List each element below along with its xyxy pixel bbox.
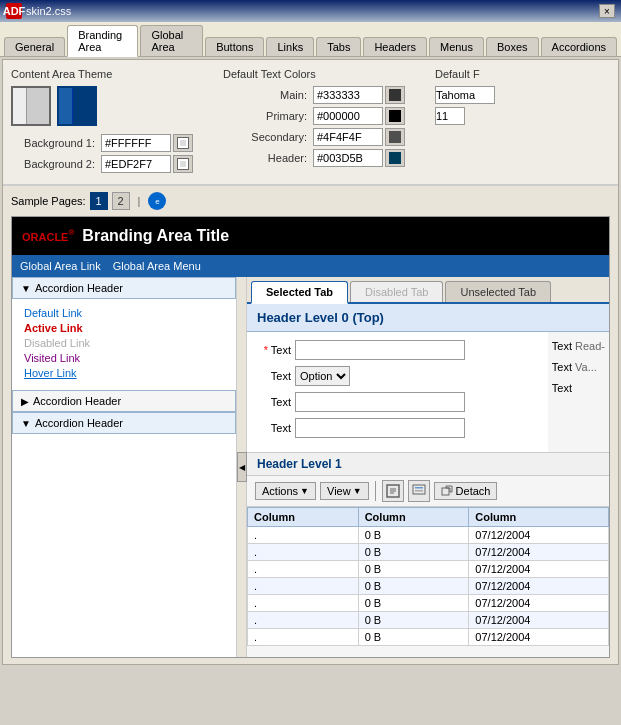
link-default[interactable]: Default Link [24,307,224,319]
accordion-arrow-2: ▶ [21,396,29,407]
col-header-2: Column [358,508,469,527]
data-table: Column Column Column .0 B07/12/2004.0 B0… [247,507,609,646]
global-area-link1[interactable]: Global Area Link [20,260,101,272]
svg-rect-7 [389,110,401,122]
primary-color-picker-button[interactable] [385,107,405,125]
tab-buttons[interactable]: Buttons [205,37,264,56]
table-row: .0 B07/12/2004 [248,527,609,544]
link-visited[interactable]: Visited Link [24,352,224,364]
theme-preview-dark[interactable] [57,86,97,126]
accordion-header-2-label: Accordion Header [33,395,121,407]
svg-rect-5 [180,161,186,167]
secondary-color-picker-button[interactable] [385,128,405,146]
form-row-3: Text [255,392,540,412]
svg-rect-14 [413,485,425,494]
right-label-2: Text [552,361,572,373]
theme-settings-section: Content Area Theme Background 1: [3,60,618,185]
detach-button[interactable]: Detach [434,482,498,500]
page-2-button[interactable]: 2 [112,192,130,210]
preview-left-dark [59,88,73,124]
table-cell: . [248,561,359,578]
form-input-3[interactable] [295,392,465,412]
bg1-row: Background 1: [11,134,193,152]
header-color-label: Header: [223,152,313,164]
theme-preview-light[interactable] [11,86,51,126]
tab-accordions[interactable]: Accordions [541,37,617,56]
default-text-colors-panel: Default Text Colors Main: Primary: Secon… [223,68,405,176]
accordion-arrow-3: ▼ [21,418,31,429]
browser-preview-icon[interactable]: e [148,192,166,210]
detach-icon [441,485,453,497]
font-size-input[interactable] [435,107,465,125]
window-title: skin2.css [26,5,599,17]
close-button[interactable]: × [599,4,615,18]
main-tab-bar: General Branding Area Global Area Button… [0,22,621,57]
bg1-color-picker-button[interactable] [173,134,193,152]
data-table-container: Column Column Column .0 B07/12/2004.0 B0… [247,507,609,646]
page-1-button[interactable]: 1 [90,192,108,210]
title-bar: ADF skin2.css × [0,0,621,22]
table-cell: 0 B [358,527,469,544]
bg2-color-picker-button[interactable] [173,155,193,173]
header-color-picker-button[interactable] [385,149,405,167]
secondary-color-input[interactable] [313,128,383,146]
bg2-input[interactable] [101,155,171,173]
form-row-1: * Text [255,340,540,360]
toolbar-icon-1 [386,484,400,498]
header-level0-text: Header Level 0 (Top) [257,310,384,325]
table-cell: 07/12/2004 [469,612,609,629]
right-label-1: Text [552,340,572,352]
actions-button[interactable]: Actions ▼ [255,482,316,500]
link-hover[interactable]: Hover Link [24,367,224,379]
inner-tab-unselected[interactable]: Unselected Tab [445,281,551,302]
tab-links[interactable]: Links [266,37,314,56]
default-text-colors-title: Default Text Colors [223,68,405,80]
primary-color-label: Primary: [223,110,313,122]
table-cell: . [248,612,359,629]
bg1-input[interactable] [101,134,171,152]
table-row: .0 B07/12/2004 [248,561,609,578]
table-cell: 0 B [358,544,469,561]
inner-tab-selected[interactable]: Selected Tab [251,281,348,304]
accordion-header-2[interactable]: ▶ Accordion Header [12,390,236,412]
table-row: .0 B07/12/2004 [248,544,609,561]
sample-area: Sample Pages: 1 2 | e ORACLE® Branding A… [3,185,618,664]
main-color-picker-button[interactable] [385,86,405,104]
tab-menus[interactable]: Menus [429,37,484,56]
tab-boxes[interactable]: Boxes [486,37,539,56]
tab-general[interactable]: General [4,37,65,56]
main-color-input[interactable] [313,86,383,104]
table-cell: . [248,578,359,595]
global-area-link2[interactable]: Global Area Menu [113,260,201,272]
preview-left-light [13,88,27,124]
tab-branding-area[interactable]: Branding Area [67,25,138,57]
toolbar-icon-2 [412,484,426,498]
form-select-2[interactable]: Option [295,366,350,386]
preview-frame: ORACLE® Branding Area Title Global Area … [11,216,610,658]
form-input-4[interactable] [295,418,465,438]
main-color-label: Main: [223,89,313,101]
font-name-input[interactable] [435,86,495,104]
link-active[interactable]: Active Link [24,322,224,334]
secondary-color-row: Secondary: [223,128,405,146]
table-cell: . [248,544,359,561]
tab-headers[interactable]: Headers [363,37,427,56]
tab-global-area[interactable]: Global Area [140,25,203,56]
view-button[interactable]: View ▼ [320,482,369,500]
sidebar: ▼ Accordion Header Default Link Active L… [12,277,237,657]
primary-color-input[interactable] [313,107,383,125]
header-level0: Header Level 0 (Top) [247,304,609,332]
right-content-panel: Selected Tab Disabled Tab Unselected Tab… [247,277,609,657]
table-toolbar: Actions ▼ View ▼ [247,476,609,507]
form-input-1[interactable] [295,340,465,360]
accordion-header-3[interactable]: ▼ Accordion Header [12,412,236,434]
view-label: View [327,485,351,497]
toolbar-icon-btn-1[interactable] [382,480,404,502]
table-row: .0 B07/12/2004 [248,612,609,629]
toolbar-icon-btn-2[interactable] [408,480,430,502]
content-area-theme-title: Content Area Theme [11,68,193,80]
accordion-header-1[interactable]: ▼ Accordion Header [12,277,236,299]
tab-tabs[interactable]: Tabs [316,37,361,56]
header-color-input[interactable] [313,149,383,167]
sidebar-collapse-button[interactable]: ◀ [237,452,247,482]
